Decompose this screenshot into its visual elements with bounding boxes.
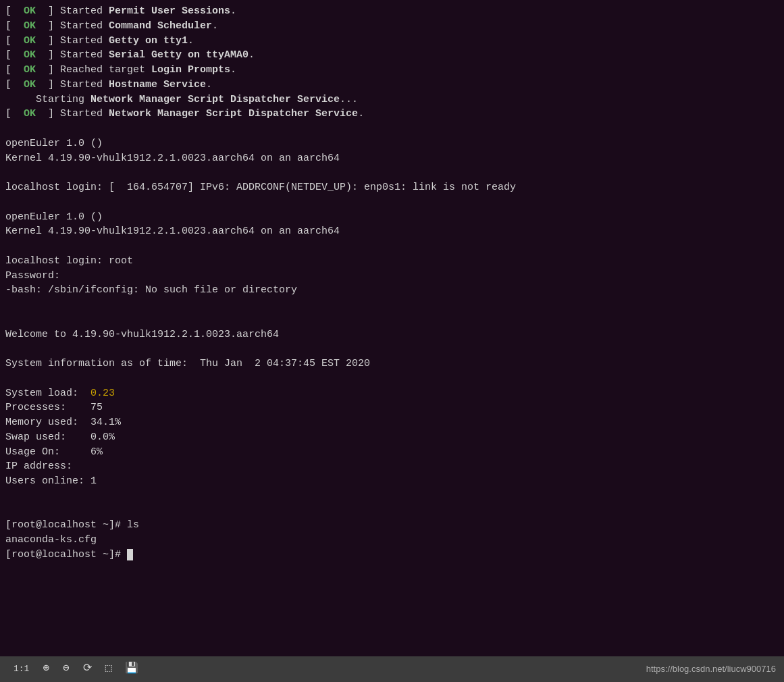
terminal-text: Kernel 4.19.90-vhulk1912.2.1.0023.aarch6… [5,226,340,237]
sysinfo-label: Swap used: [5,431,90,443]
terminal-line: anaconda-ks.cfg [5,533,779,548]
bottom-toolbar: 1:1 ⊕ ⊖ ⟳ ⬚ 💾 https://blog.csdn.net/liuc… [0,656,784,682]
sysinfo-value: 34.1% [90,417,121,428]
sysinfo-label: Processes: [5,402,90,413]
sysinfo-value: 6% [90,446,103,458]
terminal-text: anaconda-ks.cfg [5,534,97,546]
empty-line [5,371,779,386]
terminal-line: -bash: /sbin/ifconfig: No such file or d… [5,283,779,298]
ok-badge: OK [18,108,42,120]
terminal-line: openEuler 1.0 () [5,210,779,225]
empty-line [5,313,779,327]
sysinfo-label: Users online: [5,475,90,487]
terminal-line: Welcome to 4.19.90-vhulk1912.2.1.0023.aa… [5,327,779,342]
zoom-reset-icon[interactable]: ⟳ [78,660,97,678]
terminal-line: Kernel 4.19.90-vhulk1912.2.1.0023.aarch6… [5,151,779,166]
terminal-line: Processes: 75 [5,400,779,415]
bracket: [ [5,108,18,120]
terminal-text: openEuler 1.0 () [5,138,103,149]
terminal-text: [root@localhost ~]# ls [5,519,139,531]
empty-line [5,504,779,519]
terminal-line: Password: [5,269,779,284]
ok-badge: OK [18,64,42,76]
ok-badge: OK [18,20,42,32]
terminal-line: [ OK ] Started Network Manager Script Di… [5,107,779,122]
terminal-line: Users online: 1 [5,474,779,489]
terminal-line: [root@localhost ~]# ls [5,518,779,533]
ok-badge: OK [18,35,42,47]
terminal-line: Starting Network Manager Script Dispatch… [5,93,779,107]
terminal-line: IP address: [5,459,779,474]
terminal-text: System information as of time: Thu Jan 2… [5,358,370,369]
terminal-line: System load: 0.23 [5,386,779,401]
terminal-text: Kernel 4.19.90-vhulk1912.2.1.0023.aarch6… [5,153,340,164]
empty-line [5,489,779,504]
sysinfo-value: 0.23 [90,388,115,399]
screenshot-icon[interactable]: ⬚ [100,660,117,678]
terminal-line: [ OK ] Started Hostname Service. [5,78,779,93]
sysinfo-label: Memory used: [5,417,90,428]
terminal-line: [ OK ] Reached target Login Prompts. [5,63,779,78]
terminal-line: Kernel 4.19.90-vhulk1912.2.1.0023.aarch6… [5,224,779,239]
empty-line [5,342,779,357]
terminal-line: [ OK ] Started Permit User Sessions. [5,4,779,19]
zoom-level: 1:1 [8,662,34,677]
terminal-line: [ OK ] Started Command Scheduler. [5,19,779,34]
sysinfo-label: IP address: [5,461,90,472]
terminal-text: Welcome to 4.19.90-vhulk1912.2.1.0023.aa… [5,329,279,340]
terminal-line: localhost login: [ 164.654707] IPv6: ADD… [5,180,779,195]
ok-badge: OK [18,79,42,90]
prompt-text: [root@localhost ~]# [5,549,127,560]
save-icon[interactable]: 💾 [120,660,144,678]
terminal-line: [ OK ] Started Serial Getty on ttyAMA0. [5,48,779,63]
bracket: [ [5,79,18,90]
zoom-in-icon[interactable]: ⊕ [37,660,55,678]
url-display: https://blog.csdn.net/liucw900716 [646,663,776,676]
bracket: [ [5,64,18,76]
terminal-line: Usage On: 6% [5,445,779,460]
empty-line [5,165,779,180]
terminal-line: [root@localhost ~]# [5,548,779,562]
sysinfo-value: 0.0% [90,431,115,443]
ok-badge: OK [18,5,42,17]
empty-line [5,298,779,313]
bracket: [ [5,20,18,32]
terminal-line: System information as of time: Thu Jan 2… [5,357,779,371]
terminal-line: localhost login: root [5,254,779,269]
bracket: [ [5,35,18,47]
terminal: [ OK ] Started Permit User Sessions.[ OK… [0,0,784,655]
terminal-text: localhost login: root [5,255,133,267]
sysinfo-label: Usage On: [5,446,90,458]
zoom-out-icon[interactable]: ⊖ [57,660,75,678]
bracket: [ [5,49,18,61]
terminal-text: -bash: /sbin/ifconfig: No such file or d… [5,284,297,296]
toolbar-left: 1:1 ⊕ ⊖ ⟳ ⬚ 💾 [8,660,646,678]
terminal-line: Memory used: 34.1% [5,415,779,430]
sysinfo-label: System load: [5,388,90,399]
terminal-line: openEuler 1.0 () [5,136,779,151]
terminal-line: Swap used: 0.0% [5,430,779,445]
ok-badge: OK [18,49,42,61]
sysinfo-value: 75 [90,402,103,413]
terminal-text: localhost login: [ 164.654707] IPv6: ADD… [5,182,516,193]
terminal-text: openEuler 1.0 () [5,211,103,223]
terminal-line: [ OK ] Started Getty on tty1. [5,34,779,49]
empty-line [5,195,779,210]
empty-line [5,239,779,254]
terminal-text: Password: [5,270,60,282]
empty-line [5,122,779,136]
cursor [127,549,133,560]
sysinfo-value: 1 [90,475,97,487]
bracket: [ [5,5,18,17]
